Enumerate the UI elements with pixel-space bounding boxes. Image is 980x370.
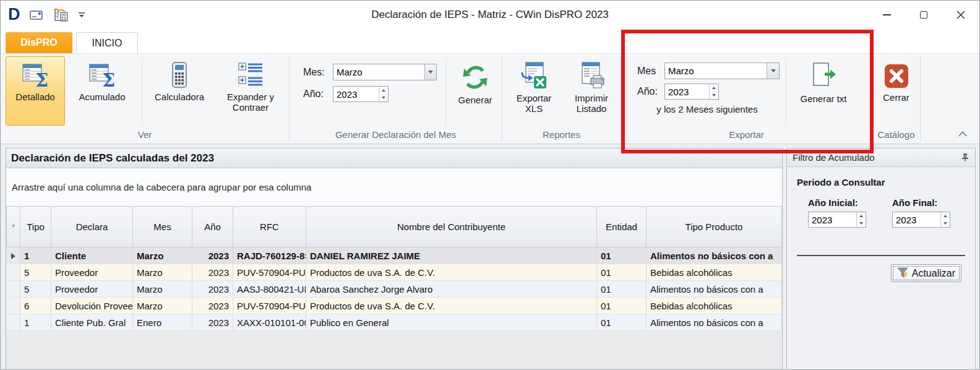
table-row[interactable]: 1ClienteMarzo2023RAJD-760129-8SADANIEL R… [7,247,782,264]
cell[interactable]: Bebidas alcohólicas [647,298,782,314]
spin-down-button[interactable] [857,220,866,227]
row-indicator[interactable] [7,298,20,314]
cell[interactable]: Productos de uva S.A. de C.V. [306,298,597,314]
cell[interactable]: Marzo [133,264,192,281]
spin-up-button[interactable] [710,84,718,92]
spin-down-button[interactable] [379,94,388,101]
ano-final-input[interactable] [893,212,940,227]
cell[interactable]: 2023 [192,281,233,298]
cell[interactable]: RAJD-760129-8SA [233,247,306,264]
tab-dispro[interactable]: DisPRO [6,32,72,53]
generar-button[interactable]: Generar [449,56,502,126]
cell[interactable]: 2023 [192,264,233,281]
column-header-ano[interactable]: Año [192,207,233,247]
column-header-tipo[interactable]: Tipo [20,207,51,247]
detallado-button[interactable]: Σ Detallado [6,56,65,126]
table-row[interactable]: 6Devolución ProveedorMarzo2023PUV-570904… [7,298,782,314]
cell[interactable]: AASJ-800421-UM6 [233,281,306,298]
cell[interactable]: 01 [597,281,647,298]
cell[interactable]: DANIEL RAMIREZ JAIME [306,247,597,264]
row-indicator[interactable] [7,314,20,331]
app-logo-icon[interactable]: D [8,6,20,23]
column-header-declara[interactable]: Declara [51,207,133,247]
spin-up-button[interactable] [379,87,388,94]
cell[interactable]: Alimentos no básicos con a [647,281,782,298]
cell[interactable]: Cliente Pub. Gral [51,314,133,331]
cell[interactable]: XAXX-010101-000 [233,314,306,331]
cell[interactable]: 01 [597,264,647,281]
cerrar-button[interactable]: Cerrar [874,56,919,126]
cell[interactable]: 2023 [192,298,233,314]
row-indicator[interactable] [7,247,20,264]
tab-inicio[interactable]: INICIO [76,32,138,53]
column-header-entidad[interactable]: Entidad [597,207,647,247]
pin-icon[interactable] [961,153,969,162]
row-indicator[interactable] [7,264,20,281]
ano-final-spinner[interactable] [892,212,950,228]
cell[interactable]: Alimentos no básicos con a [647,314,782,331]
table-row[interactable]: 5ProveedorMarzo2023AASJ-800421-UM6Abaroa… [7,281,782,298]
acumulado-button[interactable]: Σ Acumulado [67,56,137,126]
collapse-ribbon-button[interactable] [957,129,968,140]
exportar-xls-button[interactable]: Exportar XLS [506,56,562,126]
exportar-ano-spinner[interactable] [664,84,719,100]
column-header-mes[interactable]: Mes [133,207,192,247]
cell[interactable]: Productos de uva S.A. de C.V. [306,264,597,281]
column-header-rfc[interactable]: RFC [233,207,306,247]
cell[interactable]: Abaroa Sanchez Jorge Alvaro [306,281,597,298]
imprimir-listado-button[interactable]: Imprimir Listado [563,56,620,126]
generar-txt-button[interactable]: Generar txt [789,56,858,126]
cell[interactable]: Alimentos no básicos con a [647,247,782,264]
ano-spinner[interactable] [333,86,389,102]
table-row[interactable]: 5ProveedorMarzo2023PUV-570904-PU6Product… [7,264,782,281]
cell[interactable]: Marzo [133,298,192,314]
cell[interactable]: Cliente [51,247,133,264]
cell[interactable]: Proveedor [51,281,133,298]
cell[interactable]: 5 [20,281,51,298]
export-report-icon[interactable] [53,7,69,22]
ano-input[interactable] [333,87,379,101]
cell[interactable]: 01 [597,298,647,314]
exportar-mes-combobox[interactable] [664,62,780,79]
cell[interactable]: Proveedor [51,264,133,281]
close-button[interactable] [942,1,979,28]
cell[interactable]: Devolución Proveedor [51,298,133,314]
maximize-button[interactable] [905,1,942,28]
spin-down-button[interactable] [941,220,950,227]
cell[interactable]: Marzo [133,281,192,298]
groupby-drop-area[interactable]: Arrastre aquí una columna de la cabecera… [6,168,782,206]
column-header-nombre[interactable]: Nombre del Contribuyente [306,207,597,247]
cell[interactable]: 01 [597,247,647,264]
cell[interactable]: Marzo [133,247,192,264]
mes-combobox[interactable] [333,64,437,80]
exportar-ano-input[interactable] [665,84,709,99]
minimize-button[interactable] [868,1,905,28]
cell[interactable]: 2023 [192,247,233,264]
actualizar-button[interactable]: Actualizar [891,264,961,282]
cell[interactable]: 6 [20,298,51,314]
table-row[interactable]: 1Cliente Pub. GralEnero2023XAXX-010101-0… [7,314,782,331]
cell[interactable]: PUV-570904-PU6 [233,298,306,314]
cell[interactable]: 2023 [192,314,233,331]
expander-contraer-button[interactable]: Expander y Contraer [214,56,287,126]
mes-dropdown-button[interactable] [424,64,436,80]
cell[interactable]: 01 [597,314,647,331]
customize-qat-dropdown-icon[interactable] [78,11,85,19]
column-header-tipo-producto[interactable]: Tipo Producto [647,207,782,247]
spin-up-button[interactable] [857,212,866,220]
ano-inicial-input[interactable] [809,212,856,227]
calculadora-button[interactable]: Calculadora [147,56,212,126]
cell[interactable]: 1 [20,314,51,331]
cell[interactable]: PUV-570904-PU6 [233,264,306,281]
mes-input[interactable] [333,64,424,80]
row-indicator[interactable] [7,281,20,298]
exportar-mes-dropdown-button[interactable] [767,63,779,79]
card-icon[interactable] [30,9,43,20]
cell[interactable]: Enero [133,314,192,331]
cell[interactable]: Publico en General [306,314,597,331]
cell[interactable]: 1 [20,247,51,264]
cell[interactable]: Bebidas alcohólicas [647,264,782,281]
cell[interactable]: 5 [20,264,51,281]
spin-down-button[interactable] [710,92,718,99]
spin-up-button[interactable] [941,212,950,220]
